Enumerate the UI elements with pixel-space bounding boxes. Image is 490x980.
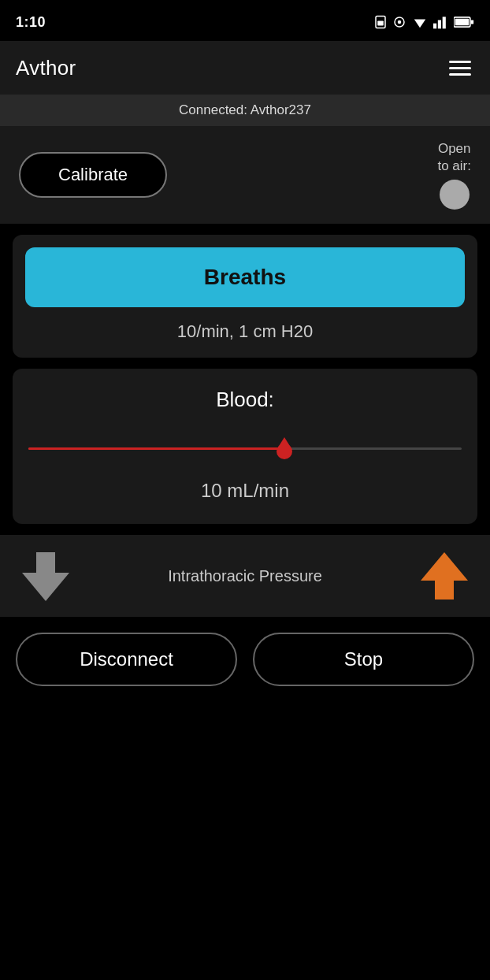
hamburger-menu-icon[interactable] — [446, 58, 474, 79]
status-icons — [373, 15, 474, 29]
blood-slider[interactable] — [28, 432, 462, 464]
slider-fill — [28, 447, 288, 450]
stop-button[interactable]: Stop — [253, 633, 474, 686]
sim-icon — [373, 15, 388, 29]
svg-rect-5 — [433, 24, 436, 29]
wifi-icon — [411, 15, 429, 29]
controls-row: Calibrate Opento air: — [0, 126, 490, 224]
decrease-pressure-button[interactable] — [22, 552, 69, 600]
pressure-label: Intrathoracic Pressure — [69, 567, 421, 585]
open-to-air-label: Opento air: — [437, 140, 471, 175]
bottom-buttons: Disconnect Stop — [0, 620, 490, 710]
calibrate-button[interactable]: Calibrate — [19, 152, 167, 198]
slider-thumb[interactable] — [270, 434, 299, 462]
svg-rect-10 — [471, 20, 473, 24]
status-time: 1:10 — [16, 14, 46, 31]
pressure-row: Intrathoracic Pressure — [0, 535, 490, 617]
open-to-air-control: Opento air: — [437, 140, 471, 210]
blood-value: 10 mL/min — [28, 480, 462, 502]
svg-marker-4 — [414, 19, 425, 28]
blood-card: Blood: 10 mL/min — [13, 369, 477, 524]
battery-icon — [454, 15, 474, 29]
top-bar: Avthor — [0, 41, 490, 95]
breaths-button[interactable]: Breaths — [25, 247, 465, 307]
signal-icon — [433, 15, 449, 29]
svg-rect-6 — [438, 20, 441, 29]
open-to-air-toggle[interactable] — [440, 180, 470, 210]
connection-status: Connected: Avthor237 — [0, 95, 490, 126]
toggle-switch[interactable] — [440, 180, 470, 210]
status-bar: 1:10 — [0, 0, 490, 41]
notification-icon — [392, 15, 406, 29]
app-title: Avthor — [16, 56, 76, 80]
breaths-card: Breaths 10/min, 1 cm H20 — [13, 235, 477, 358]
disconnect-button[interactable]: Disconnect — [16, 633, 237, 686]
svg-point-3 — [398, 20, 402, 24]
svg-rect-9 — [455, 19, 469, 26]
breaths-value: 10/min, 1 cm H20 — [13, 321, 477, 342]
blood-title: Blood: — [28, 388, 462, 412]
svg-rect-7 — [443, 17, 446, 28]
increase-pressure-button[interactable] — [421, 552, 468, 600]
svg-rect-1 — [377, 21, 384, 26]
blood-drop-icon — [275, 437, 294, 459]
